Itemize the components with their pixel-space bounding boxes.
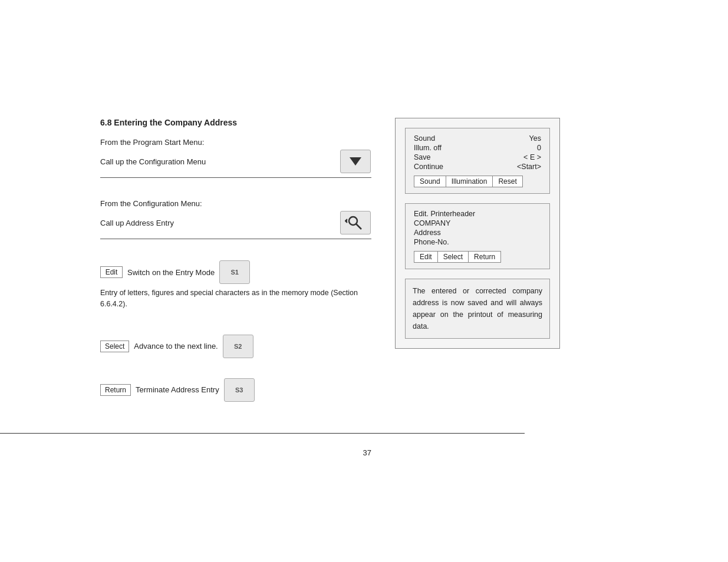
step3-row: Edit Switch on the Entry Mode S1: [100, 260, 371, 284]
info-box: The entered or corrected company address…: [405, 279, 550, 339]
body-text: Entry of letters, figures and special ch…: [100, 287, 371, 310]
return-addr-btn[interactable]: Return: [469, 252, 500, 262]
right-column: Sound Yes Illum. off 0 Save < E > Contin…: [395, 118, 560, 349]
select-button-label: Select: [100, 340, 129, 352]
save-label: Save: [414, 153, 431, 161]
sound-config-btn[interactable]: Sound: [414, 176, 446, 187]
config-buttons-row: Sound Illumination Reset: [414, 176, 523, 187]
svg-line-1: [356, 224, 361, 229]
config-row-continue: Continue <Start>: [414, 163, 541, 171]
key-button: [340, 211, 371, 234]
step1-row: Call up the Configuration Menu: [100, 149, 371, 178]
config-row-sound: Sound Yes: [414, 134, 541, 143]
section-title: 6.8 Entering the Company Address: [100, 118, 371, 127]
address-panel: Edit. Printerheader COMPANY Address Phon…: [405, 203, 550, 269]
sound-label: Sound: [414, 134, 435, 143]
s2-button: S2: [223, 335, 253, 358]
step1-block: From the Program Start Menu: Call up the…: [100, 138, 371, 186]
continue-value: <Start>: [517, 163, 541, 171]
step5-block: Return Terminate Address Entry S3: [100, 378, 371, 409]
from-config-label: From the Configuration Menu:: [100, 199, 371, 208]
step2-row: Call up Address Entry: [100, 210, 371, 239]
down-arrow-button: [340, 150, 371, 173]
config-row-save: Save < E >: [414, 153, 541, 161]
svg-point-0: [349, 217, 357, 225]
illum-value: 0: [537, 144, 541, 152]
s3-button: S3: [224, 378, 255, 402]
illumination-config-btn[interactable]: Illumination: [446, 176, 493, 187]
step4-row: Select Advance to the next line. S2: [100, 335, 371, 358]
step2-block: From the Configuration Menu: Call up Add…: [100, 199, 371, 247]
config-panel: Sound Yes Illum. off 0 Save < E > Contin…: [405, 128, 550, 194]
s1-button: S1: [219, 260, 250, 284]
triangle-down-icon: [350, 157, 361, 166]
return-button-label: Return: [100, 384, 131, 396]
reset-config-btn[interactable]: Reset: [493, 176, 522, 187]
step1-text: Call up the Configuration Menu: [100, 157, 333, 166]
select-addr-btn[interactable]: Select: [438, 252, 469, 262]
step2-text: Call up Address Entry: [100, 219, 333, 227]
down-arrow-icon-box: [339, 149, 371, 174]
key-arrow-icon: [345, 214, 366, 232]
step5-row: Return Terminate Address Entry S3: [100, 378, 371, 402]
edit-addr-btn[interactable]: Edit: [414, 252, 438, 262]
address-address: Address: [414, 229, 541, 237]
sound-value: Yes: [529, 134, 541, 143]
config-row-illum: Illum. off 0: [414, 144, 541, 152]
address-company: COMPANY: [414, 219, 541, 227]
step3-block: Edit Switch on the Entry Mode S1 Entry o…: [100, 260, 371, 322]
step4-text: Advance to the next line.: [134, 342, 218, 351]
step4-block: Select Advance to the next line. S2: [100, 335, 371, 365]
illum-label: Illum. off: [414, 144, 442, 152]
from-program-start-label: From the Program Start Menu:: [100, 138, 371, 147]
key-icon-box: [339, 210, 371, 235]
step5-text: Terminate Address Entry: [136, 385, 219, 394]
step3-text: Switch on the Entry Mode: [127, 268, 215, 277]
edit-button-label: Edit: [100, 266, 123, 278]
address-buttons-row: Edit Select Return: [414, 251, 501, 263]
continue-label: Continue: [414, 163, 443, 171]
page-number: 37: [363, 448, 371, 457]
address-phone: Phone-No.: [414, 238, 541, 246]
bottom-divider: [0, 433, 525, 434]
address-header: Edit. Printerheader: [414, 210, 541, 218]
save-value: < E >: [523, 153, 541, 161]
